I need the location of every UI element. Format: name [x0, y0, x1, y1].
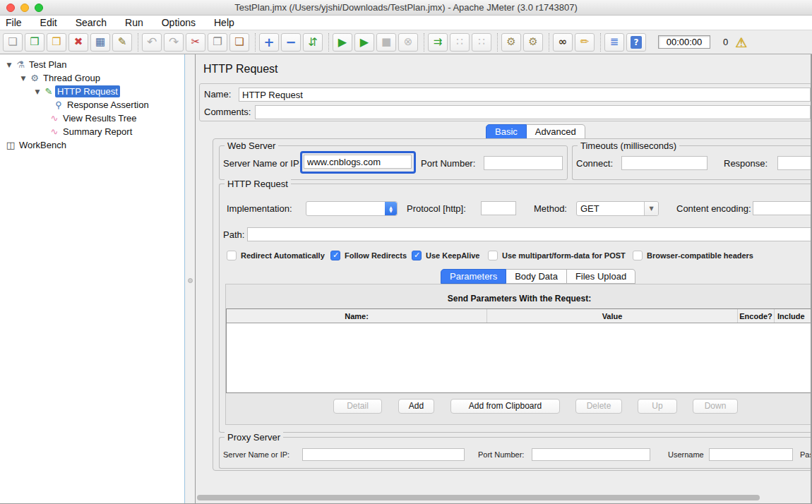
- column-header-encode[interactable]: Encode?: [737, 309, 774, 323]
- protocol-input[interactable]: [481, 201, 516, 215]
- checkbox-icon[interactable]: [330, 251, 340, 260]
- add-icon[interactable]: +: [259, 33, 279, 52]
- remote-stop-all-icon[interactable]: ∷: [472, 33, 491, 52]
- parameters-table[interactable]: Name: Value Encode? Include: [226, 308, 812, 393]
- tab-body-data[interactable]: Body Data: [506, 269, 567, 284]
- tree-item-summary-report[interactable]: ∿ Summary Report: [0, 125, 184, 138]
- redo-icon[interactable]: ↷: [164, 33, 184, 52]
- method-value: GET: [577, 202, 644, 215]
- name-input[interactable]: [239, 88, 811, 102]
- toolbar-separator: [328, 33, 329, 52]
- tree-item-thread-group[interactable]: ▼ ⚙ Thread Group: [0, 71, 184, 85]
- shutdown-icon[interactable]: ⊗: [398, 33, 418, 52]
- detail-button[interactable]: Detail: [333, 399, 382, 414]
- proxy-server-name-input[interactable]: [302, 448, 465, 461]
- copy-icon[interactable]: ❐: [208, 33, 227, 52]
- down-button[interactable]: Down: [693, 399, 738, 414]
- menu-search[interactable]: Search: [76, 17, 107, 28]
- start-icon[interactable]: ▶: [333, 33, 352, 52]
- up-button[interactable]: Up: [638, 399, 677, 414]
- toolbar-separator: [600, 33, 601, 52]
- expander-icon[interactable]: ▼: [18, 75, 28, 82]
- tree-item-label: Summary Report: [61, 126, 134, 138]
- tab-basic[interactable]: Basic: [486, 124, 527, 139]
- divider-handle-icon[interactable]: [188, 278, 193, 283]
- checkbox-icon[interactable]: [227, 251, 237, 260]
- error-count[interactable]: 0: [723, 37, 728, 47]
- function-helper-icon[interactable]: ≣: [604, 33, 624, 52]
- checkbox-multipart-form-data[interactable]: Use multipart/form-data for POST: [488, 251, 626, 260]
- remote-start-all-icon[interactable]: ∷: [450, 33, 470, 52]
- add-button[interactable]: Add: [398, 399, 434, 414]
- search-icon[interactable]: ∞: [553, 33, 573, 52]
- save-as-icon[interactable]: ✎: [112, 33, 132, 52]
- cut-icon[interactable]: ✂: [186, 33, 205, 52]
- tab-advanced[interactable]: Advanced: [527, 124, 585, 139]
- proxy-username-input[interactable]: [709, 448, 793, 461]
- dropdown-arrow-icon[interactable]: ▼: [644, 202, 658, 215]
- implementation-value: [306, 202, 385, 215]
- save-icon[interactable]: ▦: [90, 33, 110, 52]
- menu-file[interactable]: File: [6, 17, 22, 28]
- clear-icon[interactable]: ⚙: [501, 33, 521, 52]
- warning-icon[interactable]: ⚠: [735, 35, 747, 50]
- comments-input[interactable]: [255, 105, 811, 119]
- checkbox-icon[interactable]: [412, 251, 422, 260]
- implementation-select[interactable]: ▲▼: [306, 201, 398, 216]
- help-glyph: ?: [631, 36, 642, 49]
- add-from-clipboard-button[interactable]: Add from Clipboard: [450, 399, 560, 414]
- tab-parameters[interactable]: Parameters: [441, 269, 506, 284]
- column-header-name[interactable]: Name:: [227, 309, 486, 323]
- remote-start-icon[interactable]: ⇉: [428, 33, 448, 52]
- column-header-value[interactable]: Value: [486, 309, 737, 323]
- delete-button[interactable]: Delete: [575, 399, 622, 414]
- checkbox-follow-redirects[interactable]: Follow Redirects: [330, 251, 407, 260]
- expander-icon[interactable]: ▼: [4, 61, 14, 68]
- expander-icon[interactable]: ▼: [32, 88, 42, 95]
- method-select[interactable]: GET ▼: [576, 201, 659, 216]
- column-header-include[interactable]: Include: [774, 309, 812, 323]
- checkbox-use-keepalive[interactable]: Use KeepAlive: [412, 251, 479, 260]
- port-number-input[interactable]: [484, 156, 563, 170]
- tree-item-label: View Results Tree: [61, 112, 139, 124]
- checkbox-icon[interactable]: [488, 251, 498, 260]
- proxy-port-input[interactable]: [532, 448, 650, 461]
- panel-divider[interactable]: [186, 54, 195, 504]
- menu-help[interactable]: Help: [214, 17, 234, 28]
- tree-item-workbench[interactable]: ◫ WorkBench: [0, 138, 184, 152]
- open-file-icon[interactable]: ❒: [47, 33, 66, 52]
- stepper-icon[interactable]: ▲▼: [385, 202, 397, 215]
- connect-timeout-input[interactable]: [621, 156, 707, 170]
- start-no-timers-icon[interactable]: ▶: [354, 33, 374, 52]
- workbench-icon: ◫: [4, 140, 17, 150]
- tree-item-http-request[interactable]: ▼ ✎ HTTP Request: [0, 85, 184, 98]
- tree-item-test-plan[interactable]: ▼ ⚗ Test Plan: [0, 58, 184, 71]
- menu-run[interactable]: Run: [125, 17, 143, 28]
- menu-options[interactable]: Options: [162, 17, 196, 28]
- jmeter-window: TestPlan.jmx (/Users/yjshi/Downloads/Tes…: [0, 0, 812, 504]
- help-icon[interactable]: ?: [626, 33, 646, 52]
- checkbox-icon[interactable]: [633, 251, 643, 260]
- paste-icon[interactable]: ❏: [229, 33, 249, 52]
- path-input[interactable]: [247, 227, 812, 241]
- horizontal-scrollbar[interactable]: [197, 495, 760, 500]
- menu-edit[interactable]: Edit: [40, 17, 57, 28]
- toggle-icon[interactable]: ⇵: [303, 33, 323, 52]
- close-file-icon[interactable]: ✖: [68, 33, 88, 52]
- tree-item-response-assertion[interactable]: ⚲ Response Assertion: [0, 98, 184, 112]
- response-timeout-input[interactable]: [777, 156, 812, 170]
- tree-item-view-results-tree[interactable]: ∿ View Results Tree: [0, 112, 184, 125]
- remove-icon[interactable]: −: [281, 33, 301, 52]
- checkbox-browser-compatible-headers[interactable]: Browser-compatible headers: [633, 251, 753, 260]
- stop-icon[interactable]: ■: [376, 33, 396, 52]
- clear-all-icon[interactable]: ⚙: [523, 33, 543, 52]
- content-encoding-input[interactable]: [753, 201, 812, 215]
- new-file-icon[interactable]: ❏: [3, 33, 23, 52]
- page-title: HTTP Request: [203, 63, 278, 76]
- checkbox-redirect-automatically[interactable]: Redirect Automatically: [227, 251, 325, 260]
- server-name-input[interactable]: [304, 155, 412, 169]
- undo-icon[interactable]: ↶: [142, 33, 162, 52]
- templates-icon[interactable]: ❒: [25, 33, 44, 52]
- search-reset-icon[interactable]: ✏: [575, 33, 595, 52]
- tab-files-upload[interactable]: Files Upload: [567, 269, 635, 284]
